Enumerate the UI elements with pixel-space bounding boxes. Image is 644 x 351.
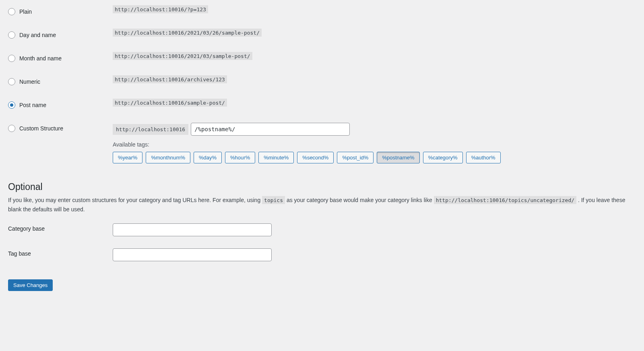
tag-buttons-row: %year%%monthnum%%day%%hour%%minute%%seco… bbox=[113, 152, 632, 163]
tag-button-postname[interactable]: %postname% bbox=[377, 152, 419, 163]
tag-button-post_id[interactable]: %post_id% bbox=[337, 152, 374, 163]
optional-table: Category base Tag base bbox=[8, 217, 636, 268]
tag-button-day[interactable]: %day% bbox=[194, 152, 222, 163]
tag-base-input[interactable] bbox=[113, 248, 272, 261]
optional-desc-part1: If you like, you may enter custom struct… bbox=[8, 197, 262, 203]
optional-desc-part2: as your category base would make your ca… bbox=[285, 197, 434, 203]
category-base-label: Category base bbox=[8, 225, 45, 232]
radio-label-month-and-name: Month and name bbox=[19, 55, 62, 62]
category-base-input[interactable] bbox=[113, 223, 272, 236]
example-url-plain: http://localhost:10016/?p=123 bbox=[113, 5, 208, 13]
tag-button-author[interactable]: %author% bbox=[466, 152, 501, 163]
radio-numeric[interactable] bbox=[8, 78, 15, 85]
tag-button-second[interactable]: %second% bbox=[297, 152, 334, 163]
optional-heading: Optional bbox=[8, 182, 636, 192]
tag-button-monthnum[interactable]: %monthnum% bbox=[146, 152, 190, 163]
example-url-post-name: http://localhost:10016/sample-post/ bbox=[113, 99, 227, 107]
tag-base-label: Tag base bbox=[8, 250, 31, 257]
radio-label-custom-structure: Custom Structure bbox=[19, 125, 63, 132]
optional-desc-code1: topics bbox=[262, 196, 285, 204]
radio-day-and-name[interactable] bbox=[8, 31, 15, 39]
custom-structure-input[interactable] bbox=[191, 123, 350, 136]
tag-button-hour[interactable]: %hour% bbox=[225, 152, 255, 163]
radio-label-day-and-name: Day and name bbox=[19, 32, 56, 38]
tag-button-year[interactable]: %year% bbox=[113, 152, 142, 163]
radio-post-name[interactable] bbox=[8, 101, 15, 109]
custom-base-url: http://localhost:10016 bbox=[113, 124, 188, 135]
example-url-month-and-name: http://localhost:10016/2021/03/sample-po… bbox=[113, 52, 252, 60]
save-changes-button[interactable]: Save Changes bbox=[8, 279, 53, 291]
radio-plain[interactable] bbox=[8, 8, 15, 15]
example-url-day-and-name: http://localhost:10016/2021/03/26/sample… bbox=[113, 29, 262, 37]
radio-label-post-name: Post name bbox=[19, 102, 46, 108]
permalink-structure-table: Plainhttp://localhost:10016/?p=123Day an… bbox=[8, 0, 636, 169]
radio-month-and-name[interactable] bbox=[8, 55, 15, 62]
optional-description: If you like, you may enter custom struct… bbox=[8, 196, 636, 214]
tag-button-minute[interactable]: %minute% bbox=[258, 152, 294, 163]
radio-label-plain: Plain bbox=[19, 8, 32, 15]
tag-button-category[interactable]: %category% bbox=[423, 152, 463, 163]
available-tags-label: Available tags: bbox=[113, 141, 632, 148]
optional-desc-code2: http://localhost:10016/topics/uncategori… bbox=[434, 196, 576, 204]
example-url-numeric: http://localhost:10016/archives/123 bbox=[113, 75, 227, 83]
radio-label-numeric: Numeric bbox=[19, 78, 40, 85]
radio-custom-structure[interactable] bbox=[8, 125, 15, 132]
